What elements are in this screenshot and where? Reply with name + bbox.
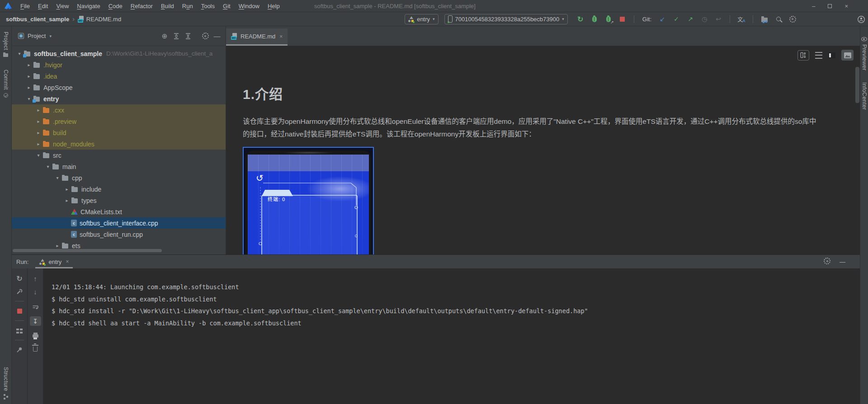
clear-console-button[interactable] (31, 344, 40, 352)
tab-close-icon[interactable]: × (279, 33, 283, 40)
locate-file-button[interactable]: ⊕ (160, 32, 169, 40)
tree-item-.preview[interactable]: ▸.preview (12, 116, 226, 127)
tree-item-src[interactable]: ▾src (12, 150, 226, 161)
run-button[interactable]: ↻ (576, 15, 585, 23)
close-button[interactable]: × (844, 3, 848, 9)
tool-window-button-commit[interactable]: Commit (3, 70, 9, 98)
tree-item-cpp[interactable]: ▾cpp (12, 172, 226, 183)
translate-button[interactable]: 文A (737, 15, 745, 23)
tree-item-AppScope[interactable]: ▸AppScope (12, 82, 226, 93)
hide-panel-button[interactable]: — (213, 32, 221, 40)
device-selector[interactable]: 7001005458323933328a255becb73900 ▾ (444, 14, 568, 24)
show-editor-only-button[interactable] (815, 52, 822, 59)
run-console[interactable]: 12/01 15:18:44: Launching com.example.so… (43, 268, 860, 404)
menu-refactor[interactable]: Refactor (127, 3, 157, 9)
tab-readme[interactable]: MD README.md × (226, 28, 288, 46)
editor-scrollbar[interactable] (855, 67, 859, 103)
tree-item-CMakeLists.txt[interactable]: CMakeLists.txt (12, 206, 226, 217)
maximize-button[interactable] (828, 4, 832, 8)
chevron-open-icon[interactable]: ▾ (15, 51, 24, 56)
collapse-all-button[interactable] (184, 32, 192, 40)
chevron-open-icon[interactable]: ▾ (44, 164, 52, 169)
chevron-open-icon[interactable]: ▾ (34, 153, 42, 158)
menu-run[interactable]: Run (178, 3, 197, 9)
tree-item-include[interactable]: ▸include (12, 183, 226, 195)
show-preview-only-button[interactable] (841, 50, 854, 61)
prev-occurrence-button[interactable]: ↑ (31, 274, 40, 282)
chevron-closed-icon[interactable]: ▸ (63, 198, 71, 203)
soft-wrap-button[interactable] (31, 303, 40, 311)
run-config-selector[interactable]: entry ▾ (405, 14, 438, 24)
settings-button[interactable] (788, 15, 797, 23)
chevron-down-icon[interactable]: ▾ (49, 34, 52, 38)
account-avatar-button[interactable] (857, 15, 865, 25)
tree-item-softbus_client_sample[interactable]: ▾softbus_client_sampleD:\Work\Git\1-LiHe… (12, 48, 226, 59)
project-panel-title[interactable]: Project (28, 33, 46, 39)
project-directory-button[interactable] (760, 15, 769, 23)
menu-navigate[interactable]: Navigate (73, 3, 104, 9)
chevron-closed-icon[interactable]: ▸ (34, 130, 42, 135)
tree-item-main[interactable]: ▾main (12, 161, 226, 172)
tree-item-softbus_client_run.cpp[interactable]: csoftbus_client_run.cpp (12, 229, 226, 240)
tool-window-button-structure[interactable]: Structure (3, 367, 9, 399)
run-settings-button[interactable] (824, 258, 830, 266)
git-update-button[interactable]: ↙ (658, 15, 666, 23)
menu-edit[interactable]: Edit (34, 3, 52, 9)
show-editor-and-preview-button[interactable] (828, 52, 835, 58)
edit-configuration-button[interactable] (15, 287, 24, 296)
chevron-closed-icon[interactable]: ▸ (25, 85, 33, 90)
horizontal-scrollbar[interactable] (13, 249, 162, 252)
tree-item-build[interactable]: ▸build (12, 127, 226, 138)
chevron-closed-icon[interactable]: ▸ (34, 119, 42, 124)
chevron-closed-icon[interactable]: ▸ (34, 141, 42, 146)
rerun-button[interactable]: ↻ (15, 274, 24, 282)
menu-help[interactable]: Help (264, 3, 284, 9)
tool-window-button-infocenter[interactable]: InfoCenter (861, 82, 868, 110)
chevron-closed-icon[interactable]: ▸ (25, 74, 33, 79)
tool-window-button-project[interactable]: Project (3, 32, 9, 57)
tree-item-.hvigor[interactable]: ▸.hvigor (12, 59, 226, 70)
run-tab-entry[interactable]: entry × (35, 255, 73, 268)
tree-item-types[interactable]: ▸types (12, 195, 226, 206)
pin-tab-button[interactable] (15, 346, 24, 354)
menu-code[interactable]: Code (104, 3, 127, 9)
tree-item-softbus_client_interface.cpp[interactable]: csoftbus_client_interface.cpp (12, 217, 226, 229)
chevron-open-icon[interactable]: ▾ (25, 96, 33, 101)
stop-process-button[interactable] (15, 307, 24, 315)
menu-build[interactable]: Build (157, 3, 178, 9)
panel-settings-button[interactable] (201, 32, 209, 40)
tree-item-node_modules[interactable]: ▸node_modules (12, 138, 226, 150)
minimize-button[interactable]: – (812, 3, 815, 9)
git-push-button[interactable]: ↗ (686, 15, 694, 23)
menu-file[interactable]: File (16, 3, 34, 9)
profile-button[interactable]: ↗ (604, 15, 613, 23)
next-occurrence-button[interactable]: ↓ (31, 287, 40, 296)
git-rollback-button[interactable]: ↩ (714, 15, 722, 23)
menu-tools[interactable]: Tools (197, 3, 219, 9)
auto-scroll-preview-button[interactable] (797, 50, 809, 61)
menu-git[interactable]: Git (219, 3, 235, 9)
expand-all-button[interactable] (172, 32, 180, 40)
git-commit-button[interactable]: ✓ (672, 15, 680, 23)
tree-item-entry[interactable]: ▾entry (12, 93, 226, 104)
search-everywhere-button[interactable] (774, 15, 783, 23)
tree-item-.cxx[interactable]: ▸.cxx (12, 104, 226, 116)
git-history-button[interactable]: ◷ (700, 15, 708, 23)
menu-window[interactable]: Window (235, 3, 264, 9)
breadcrumb-project[interactable]: softbus_client_sample (6, 16, 69, 23)
debug-button[interactable] (590, 15, 599, 23)
print-button[interactable] (31, 331, 40, 339)
tree-item-.idea[interactable]: ▸.idea (12, 70, 226, 82)
scroll-to-end-button[interactable]: ↧ (30, 316, 41, 326)
chevron-open-icon[interactable]: ▾ (53, 175, 61, 180)
hide-run-panel-button[interactable]: — (840, 258, 845, 265)
tool-window-button-previewer[interactable]: Previewer (861, 37, 868, 70)
chevron-closed-icon[interactable]: ▸ (25, 62, 33, 67)
chevron-closed-icon[interactable]: ▸ (63, 187, 71, 192)
restore-layout-button[interactable] (15, 326, 24, 334)
stop-button[interactable] (618, 15, 627, 23)
chevron-closed-icon[interactable]: ▸ (34, 108, 42, 113)
menu-view[interactable]: View (52, 3, 73, 9)
chevron-closed-icon[interactable]: ▸ (53, 243, 61, 248)
run-tab-close-icon[interactable]: × (66, 258, 69, 265)
